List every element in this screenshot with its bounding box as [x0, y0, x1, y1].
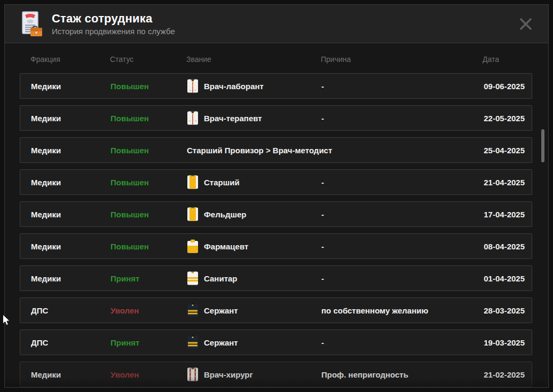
column-header-reason: Причина — [321, 55, 483, 64]
rank-cell: Фельдшер — [187, 207, 321, 221]
rank-icon-coat-therapist — [187, 111, 199, 125]
date-cell: 21-02-2025 — [483, 370, 525, 379]
rank-label: Старший Провизор > Врач-методист — [187, 146, 332, 155]
rank-icon-coat-lab — [187, 79, 199, 93]
modal-header: Стаж сотрудника История продвижения по с… — [5, 5, 548, 43]
column-header-date: Дата — [483, 55, 525, 64]
rank-label: Санитар — [204, 274, 238, 283]
status-badge: Принят — [110, 274, 187, 283]
reason-cell: - — [321, 82, 483, 91]
rank-icon-epaulette-navy — [187, 335, 199, 349]
rank-cell: Врач-терапевт — [187, 111, 321, 125]
rank-cell: Старший — [187, 175, 321, 189]
rank-cell: Старший Провизор > Врач-методист — [187, 146, 321, 155]
status-badge: Повышен — [110, 210, 187, 219]
rank-label: Врач-лаборант — [204, 82, 264, 91]
table-row[interactable]: Медики Повышен Фельдшер - 17-04-2025 — [20, 201, 532, 227]
rank-label: Врач-терапевт — [204, 114, 262, 123]
rank-label: Фармацевт — [204, 242, 248, 251]
faction-cell: ДПС — [31, 338, 110, 347]
table-row[interactable]: Медики Повышен Врач-лаборант - 09-06-202… — [20, 73, 532, 99]
table-row[interactable]: ДПС Принят Сержант - 19-03-2025 — [20, 330, 532, 355]
reason-cell: - — [321, 178, 483, 187]
column-header-faction: Фракция — [30, 55, 110, 64]
date-cell: 09-06-2025 — [483, 82, 525, 91]
rank-label: Врач-хирург — [204, 370, 253, 379]
faction-cell: Медики — [31, 274, 110, 283]
rank-cell: Врач-хирург — [187, 367, 321, 381]
date-cell: 22-05-2025 — [483, 114, 525, 123]
date-cell: 28-03-2025 — [483, 306, 525, 315]
scrollbar-thumb[interactable] — [541, 129, 544, 162]
rank-cell: Сержант — [187, 335, 321, 349]
status-badge: Повышен — [110, 82, 187, 91]
status-badge: Повышен — [110, 242, 187, 251]
document-briefcase-icon — [19, 11, 43, 37]
status-badge: Принят — [110, 338, 187, 347]
status-badge: Повышен — [110, 178, 187, 187]
rank-icon-apron-yellow — [187, 239, 199, 253]
reason-cell: - — [321, 274, 483, 283]
reason-cell: - — [321, 338, 483, 347]
rank-icon-vest-yellow — [187, 175, 199, 189]
date-cell: 17-04-2025 — [483, 210, 525, 219]
rank-icon-coat-surgeon — [187, 367, 199, 381]
title-block: Стаж сотрудника История продвижения по с… — [52, 12, 175, 35]
close-icon — [516, 27, 535, 35]
rank-cell: Сержант — [187, 303, 321, 317]
faction-cell: ДПС — [31, 306, 110, 315]
date-cell: 01-04-2025 — [483, 274, 525, 283]
rank-icon-vest-yellow — [187, 207, 199, 221]
status-badge: Уволен — [110, 370, 187, 379]
rank-cell: Фармацевт — [187, 239, 321, 253]
table-row[interactable]: Медики Повышен Врач-терапевт - 22-05-202… — [20, 105, 532, 131]
table-row[interactable]: Медики Повышен Старший Провизор > Врач-м… — [20, 137, 532, 163]
faction-cell: Медики — [31, 82, 110, 91]
faction-cell: Медики — [31, 146, 110, 155]
date-cell: 19-03-2025 — [483, 338, 525, 347]
table-row[interactable]: Медики Принят Санитар - 01-04-2025 — [20, 265, 532, 291]
faction-cell: Медики — [31, 242, 110, 251]
reason-cell: по собственному желанию — [321, 306, 483, 315]
faction-cell: Медики — [31, 114, 110, 123]
faction-cell: Медики — [31, 178, 110, 187]
status-badge: Уволен — [110, 306, 187, 315]
status-badge: Повышен — [110, 146, 187, 155]
rank-cell: Врач-лаборант — [187, 79, 321, 93]
rank-icon-epaulette-navy — [187, 303, 199, 317]
close-button[interactable] — [516, 14, 535, 34]
table-row[interactable]: Медики Повышен Старший - 21-04-2025 — [20, 169, 532, 195]
rows: Медики Повышен Врач-лаборант - 09-06-202… — [20, 73, 532, 387]
date-cell: 25-04-2025 — [483, 146, 525, 155]
rank-label: Сержант — [204, 306, 238, 315]
table-column-headers: Фракция Статус Звание Причина Дата — [20, 51, 532, 68]
date-cell: 08-04-2025 — [483, 242, 525, 251]
rank-icon-shirt-striped — [187, 271, 199, 285]
column-header-status: Статус — [110, 55, 186, 64]
reason-cell: - — [321, 114, 483, 123]
table-row[interactable]: Медики Уволен Врач-хирург Проф. непригод… — [20, 362, 532, 387]
employee-record-modal: Стаж сотрудника История продвижения по с… — [4, 4, 549, 388]
status-badge: Повышен — [110, 114, 187, 123]
rank-label: Старший — [204, 178, 240, 187]
faction-cell: Медики — [31, 210, 110, 219]
history-table: Фракция Статус Звание Причина Дата Медик… — [5, 51, 548, 388]
rank-label: Сержант — [204, 338, 238, 347]
rank-label: Фельдшер — [204, 210, 246, 219]
table-row[interactable]: Медики Повышен Фармацевт - 08-04-2025 — [20, 233, 532, 259]
page-title: Стаж сотрудника — [52, 12, 175, 25]
date-cell: 21-04-2025 — [483, 178, 525, 187]
column-header-rank: Звание — [186, 55, 321, 64]
page-subtitle: История продвижения по службе — [52, 27, 175, 36]
rank-cell: Санитар — [187, 271, 321, 285]
faction-cell: Медики — [31, 370, 110, 379]
table-row[interactable]: ДПС Уволен Сержант по собственному желан… — [20, 297, 532, 323]
reason-cell: Проф. непригодность — [321, 370, 483, 379]
reason-cell: - — [321, 210, 483, 219]
reason-cell: - — [321, 242, 483, 251]
